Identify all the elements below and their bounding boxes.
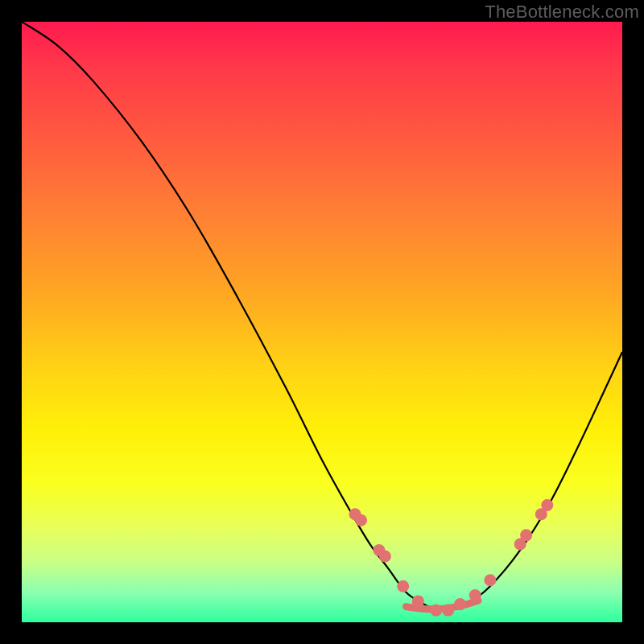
marker-dot xyxy=(355,514,367,526)
marker-dot xyxy=(430,605,442,617)
marker-dot xyxy=(442,605,454,617)
chart-svg xyxy=(22,22,622,622)
dots-group xyxy=(349,499,554,617)
marker-dot xyxy=(454,598,466,610)
marker-dot xyxy=(379,550,391,562)
marker-dot xyxy=(484,574,496,586)
marker-dot xyxy=(520,529,532,541)
marker-dot xyxy=(469,589,481,601)
marker-dot xyxy=(541,499,553,511)
curve-group xyxy=(22,22,622,610)
watermark-text: TheBottleneck.com xyxy=(485,2,639,23)
bottleneck-curve xyxy=(22,22,622,610)
marker-dot xyxy=(412,595,424,607)
chart-frame: TheBottleneck.com xyxy=(0,0,644,644)
marker-dot xyxy=(397,580,409,592)
plot-area xyxy=(22,22,622,622)
